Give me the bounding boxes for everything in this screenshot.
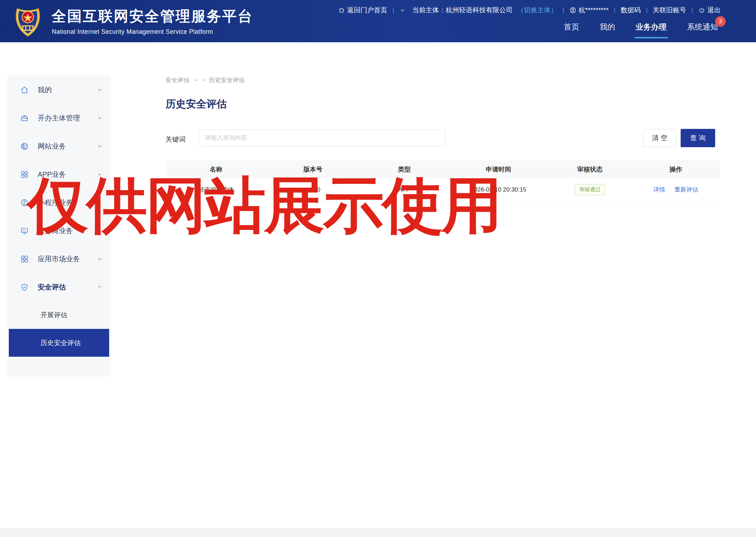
account-menu[interactable]: 杭********* (569, 6, 609, 15)
switch-entity-link[interactable]: （切换主体） (517, 6, 557, 15)
sidebar-item-entity-management[interactable]: 开办主体管理 (9, 104, 109, 132)
main-nav: 首页 我的 业务办理 系统通知 3 (564, 22, 718, 32)
app-grid-icon (20, 170, 29, 179)
status-badge: 审核通过 (575, 184, 605, 195)
detail-link[interactable]: 详情 (653, 186, 665, 194)
chevron-down-icon (96, 256, 103, 262)
footer-strip (0, 529, 756, 537)
chevron-down-icon (96, 227, 103, 234)
col-version: 版本号 (266, 160, 360, 179)
col-apply-time: 申请时间 (449, 160, 548, 179)
cell-name: 轻语IP智能体 (166, 179, 266, 201)
sidebar-item-miniprogram-business[interactable]: 小程序业务 (9, 188, 109, 217)
sidebar-subitem-start-assessment[interactable]: 开展评估 (9, 301, 109, 329)
sidebar-item-mine[interactable]: 我的 (9, 76, 109, 104)
nav-notifications[interactable]: 系统通知 3 (687, 22, 718, 32)
page-title: 历史安全评估 (165, 97, 227, 111)
sidebar-item-service-provider-business[interactable]: IDC 服务商业务 (9, 217, 109, 245)
chevron-down-icon (96, 199, 103, 206)
nav-mine[interactable]: 我的 (600, 22, 615, 32)
sidebar-item-website-business[interactable]: 网站业务 (9, 132, 109, 160)
current-entity: 当前主体：杭州轻语科技有限公司 (412, 6, 513, 15)
chevron-down-icon (96, 143, 103, 149)
chevron-down-icon (96, 87, 103, 93)
col-name: 名称 (166, 160, 266, 179)
nav-business[interactable]: 业务办理 (636, 22, 667, 32)
utility-bar: 返回门户首页 | 当前主体：杭州轻语科技有限公司 （切换主体） | 杭*****… (338, 6, 721, 15)
breadcrumb-security-assessment[interactable]: 安全评估 (165, 76, 189, 84)
logout-link[interactable]: 退出 (698, 6, 721, 15)
power-icon (698, 7, 705, 14)
table-row: 轻语IP智能体 v1.00 APP 2026-03-10 20:30:15 审核… (166, 179, 720, 201)
police-badge-logo (12, 4, 44, 38)
chevron-down-icon (96, 171, 103, 177)
clear-button[interactable]: 清 空 (643, 129, 676, 147)
platform-title: 全国互联网安全管理服务平台 (52, 7, 253, 26)
account-name: 杭********* (579, 6, 609, 15)
cell-apply-time: 2026-03-10 20:30:15 (449, 179, 548, 201)
cell-type: APP (360, 179, 449, 201)
sidebar: 我的 开办主体管理 网站业务 (9, 76, 109, 374)
sidebar-item-app-business[interactable]: APP业务 (9, 160, 109, 188)
keyword-input[interactable] (199, 130, 445, 146)
divider: | (645, 7, 648, 13)
miniprogram-icon (20, 198, 29, 207)
cell-status: 审核通过 (548, 179, 631, 201)
home-icon (338, 7, 345, 14)
nav-home[interactable]: 首页 (564, 22, 579, 32)
svg-text:IDC: IDC (23, 229, 26, 231)
cell-actions: 详情 重新评估 (631, 179, 720, 201)
cell-version: v1.00 (266, 179, 360, 201)
divider: | (562, 7, 565, 13)
col-status: 审核状态 (548, 160, 631, 179)
sidebar-item-security-assessment[interactable]: 安全评估 (9, 273, 109, 301)
user-icon (569, 7, 576, 14)
chevron-down-icon (193, 77, 198, 83)
chevron-down-icon (399, 7, 406, 13)
link-old-account[interactable]: 关联旧账号 (653, 6, 686, 15)
platform-subtitle: National Internet Security Management Se… (52, 28, 253, 36)
app-market-icon (20, 255, 29, 263)
table-header-row: 名称 版本号 类型 申请时间 审核状态 操作 (166, 160, 720, 179)
divider: | (691, 7, 694, 13)
home-icon (20, 86, 29, 94)
divider: | (613, 7, 616, 13)
portal-home-link[interactable]: 返回门户首页 (338, 6, 387, 15)
sidebar-item-app-market-business[interactable]: 应用市场业务 (9, 245, 109, 273)
data-code-link[interactable]: 数据码 (621, 6, 641, 15)
notification-badge: 3 (715, 16, 726, 27)
breadcrumb: 安全评估 > 历史安全评估 (165, 76, 245, 84)
breadcrumb-history-assessment[interactable]: 历史安全评估 (209, 76, 245, 84)
briefcase-icon (20, 114, 29, 123)
sidebar-subitem-history-assessment[interactable]: 历史安全评估 (9, 329, 109, 357)
results-table: 名称 版本号 类型 申请时间 审核状态 操作 轻语IP智能体 v1.00 APP… (166, 160, 720, 201)
reassess-link[interactable]: 重新评估 (674, 186, 698, 194)
query-button[interactable]: 查 询 (681, 129, 715, 147)
keyword-label: 关键词 (165, 135, 186, 144)
app-window: 全国互联网安全管理服务平台 National Internet Security… (0, 0, 756, 537)
idc-monitor-icon: IDC (20, 226, 29, 235)
globe-icon (20, 142, 29, 151)
shield-check-icon (20, 283, 29, 292)
chevron-up-icon (96, 284, 103, 290)
brand: 全国互联网安全管理服务平台 National Internet Security… (12, 4, 253, 38)
divider: | (392, 7, 395, 13)
col-type: 类型 (360, 160, 449, 179)
breadcrumb-separator: > (202, 77, 205, 84)
col-actions: 操作 (631, 160, 720, 179)
header: 全国互联网安全管理服务平台 National Internet Security… (0, 0, 756, 42)
chevron-down-icon (96, 115, 103, 121)
